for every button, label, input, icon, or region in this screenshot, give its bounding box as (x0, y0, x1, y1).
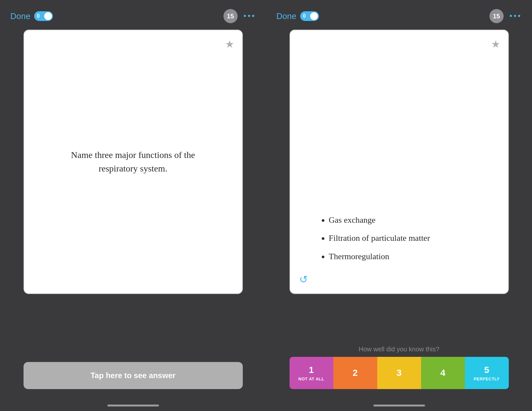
screen-question: Done 0 15 ••• ★ Name three major functio… (0, 0, 266, 411)
card-answer-content: Gas exchange Filtration of particulate m… (303, 200, 495, 280)
top-bar-left-group: Done 0 (10, 11, 53, 21)
rating-5-number: 5 (484, 365, 489, 375)
tap-here-button[interactable]: Tap here to see answer (24, 362, 243, 389)
home-indicator-2 (373, 405, 425, 406)
flashcard-question[interactable]: ★ Name three major functions of the resp… (24, 30, 243, 294)
rating-button-2[interactable]: 2 (333, 357, 377, 389)
bottom-area-answer: How well did you know this? 1 NOT AT ALL… (290, 339, 509, 399)
card-question-text: Name three major functions of the respir… (69, 148, 198, 175)
rating-1-number: 1 (309, 365, 314, 375)
rating-buttons: 1 NOT AT ALL 2 3 4 5 PERFECTLY (290, 357, 509, 389)
home-indicator-1 (107, 405, 159, 406)
more-options-button[interactable]: ••• (243, 11, 256, 21)
top-bar-right-group: 15 ••• (223, 9, 256, 23)
card-count-badge: 15 (223, 9, 238, 23)
answer-item-3: Thermoregulation (329, 249, 479, 264)
rating-button-3[interactable]: 3 (377, 357, 421, 389)
bottom-area-question: Tap here to see answer (24, 356, 243, 399)
rating-3-number: 3 (397, 368, 402, 378)
card-container-answer: ★ Gas exchange Filtration of particulate… (290, 30, 509, 339)
top-bar-left-screen: Done 0 15 ••• (0, 0, 266, 30)
toggle-switch[interactable]: 0 (34, 11, 53, 21)
more-options-button-2[interactable]: ••• (509, 11, 522, 21)
rating-button-4[interactable]: 4 (421, 357, 465, 389)
rating-button-5[interactable]: 5 PERFECTLY (465, 357, 509, 389)
toggle-knob-2 (310, 12, 318, 20)
toggle-count-2: 0 (303, 13, 306, 19)
rating-button-1[interactable]: 1 NOT AT ALL (290, 357, 333, 389)
screens-container: Done 0 15 ••• ★ Name three major functio… (0, 0, 532, 411)
tap-button-label: Tap here to see answer (91, 371, 176, 380)
answer-item-2: Filtration of particulate matter (329, 231, 479, 246)
star-icon[interactable]: ★ (225, 38, 234, 50)
done-button[interactable]: Done (10, 11, 30, 21)
rating-4-number: 4 (440, 368, 446, 378)
rating-label: How well did you know this? (290, 346, 509, 353)
card-container-question: ★ Name three major functions of the resp… (24, 30, 243, 356)
rating-1-label: NOT AT ALL (298, 377, 324, 381)
rating-5-label: PERFECTLY (474, 377, 500, 381)
card-count-badge-2: 15 (489, 9, 504, 23)
undo-icon[interactable]: ↺ (299, 273, 308, 286)
screen-answer: Done 0 15 ••• ★ Gas exchange Filtration … (266, 0, 532, 411)
toggle-knob (44, 12, 52, 20)
top-bar-right-screen: Done 0 15 ••• (266, 0, 532, 30)
done-button-2[interactable]: Done (276, 11, 296, 21)
toggle-count: 0 (37, 13, 40, 19)
toggle-switch-2[interactable]: 0 (300, 11, 319, 21)
top-bar-left-group-2: Done 0 (276, 11, 319, 21)
flashcard-answer[interactable]: ★ Gas exchange Filtration of particulate… (290, 30, 509, 294)
top-bar-right-group-2: 15 ••• (489, 9, 522, 23)
star-icon-2[interactable]: ★ (491, 38, 500, 50)
answer-item-1: Gas exchange (329, 213, 479, 228)
rating-2-number: 2 (353, 368, 358, 378)
